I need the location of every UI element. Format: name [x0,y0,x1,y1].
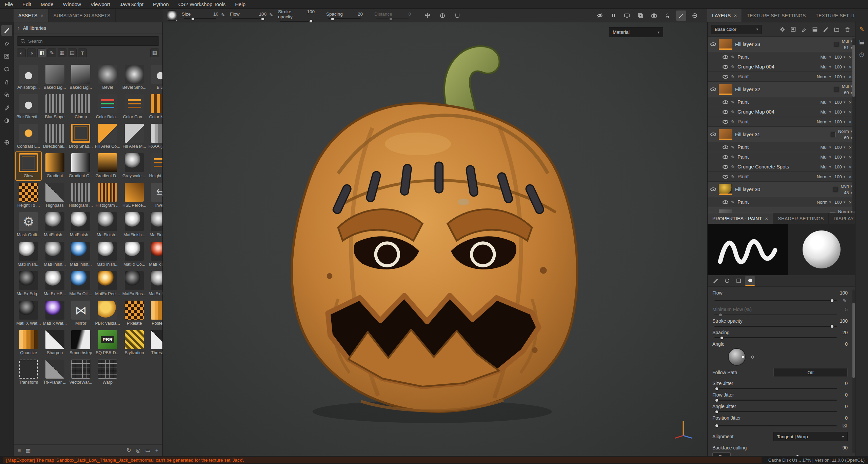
asset-item[interactable]: FXAA (Anti... [148,122,162,151]
asset-item[interactable]: Color Bala... [94,93,121,121]
blend-mode-dropdown[interactable]: Mul▾ [842,39,852,44]
menubar-item[interactable]: Help [230,0,250,9]
layers-panel-tab[interactable]: LAYERS × [707,9,742,22]
blend-mode-dropdown[interactable]: Norm▾ [838,209,852,213]
spacing-slider[interactable]: Spacing20 [712,330,848,338]
layer-row[interactable]: ✎ Paint Mul▾ 100▾ × [708,142,855,152]
remove-layer-icon[interactable]: × [848,109,852,115]
add-effect-icon[interactable] [800,25,808,34]
visibility-toggle-icon[interactable] [710,187,716,191]
opacity-dropdown[interactable]: 51▾ [844,45,852,50]
layer-row[interactable]: ✎ Fill layer 32 Mul▾ 60▾ × [708,82,855,97]
visibility-toggle-icon[interactable] [710,87,716,91]
remove-layer-icon[interactable]: × [848,174,852,180]
settings-wrench-icon[interactable] [778,25,787,34]
visibility-toggle-icon[interactable] [723,165,728,169]
flow-jitter-slider[interactable]: Flow Jitter0 [712,392,848,401]
remove-layer-icon[interactable]: × [848,119,852,125]
viewer-rotation-tool[interactable] [1,137,12,148]
menubar-item[interactable]: Window [58,0,86,9]
opacity-dropdown[interactable]: 100▾ [834,155,845,160]
search-input[interactable] [28,39,156,44]
asset-item[interactable]: Gradient [42,152,67,180]
follow-path-toggle[interactable]: Off [773,368,848,377]
layer-row[interactable]: ✎ Grunge Concrete Spots Mul▾ 100▾ × [708,162,855,172]
paint-brush-icon[interactable] [676,11,686,21]
assets-panel-tab[interactable]: SUBSTANCE 3D ASSETS [48,9,115,22]
asset-item[interactable]: Tri-Planar ... [42,358,67,387]
blend-mode-dropdown[interactable]: Norm▾ [817,74,831,79]
layers-panel-tab[interactable]: TEXTURE SET SETTINGS [742,9,811,22]
blend-mode-dropdown[interactable]: Mul▾ [821,145,831,150]
remove-layer-icon[interactable]: × [848,99,852,105]
asset-item[interactable]: Drop Shad... [68,122,94,151]
filter-materials-icon[interactable]: ◐ [17,48,26,57]
opacity-dropdown[interactable]: 100▾ [834,164,845,169]
asset-item[interactable]: Fill Area Co... [94,122,121,151]
paint-properties-icon[interactable]: ✎ [859,26,864,33]
toolbar-param-slider[interactable]: Distance0 ✎ [374,12,418,19]
asset-item[interactable]: Mask Outli... [16,210,41,239]
backface-culling-control[interactable]: Backface culling90 On [712,445,848,456]
size-jitter-slider[interactable]: Size Jitter0 [712,381,848,389]
asset-item[interactable]: MatFx Edg... [16,269,41,298]
asset-item[interactable]: MatFinish... [122,210,147,239]
menubar-item[interactable]: CS2 Workshop Tools [174,0,231,9]
asset-item[interactable]: Gradient D... [94,152,121,180]
slider-track[interactable] [184,18,216,19]
opacity-dropdown[interactable]: 60▾ [844,90,852,95]
remove-layer-icon[interactable]: × [848,54,852,60]
opacity-dropdown[interactable]: 100▾ [834,100,845,105]
asset-item[interactable]: Clamp [68,93,94,121]
remove-layer-icon[interactable]: × [848,199,852,205]
remove-layer-icon[interactable]: × [848,164,852,170]
snap-icon[interactable] [452,11,462,21]
asset-item[interactable]: Blur Slope [42,93,67,121]
pumpkin-model[interactable] [275,31,594,430]
asset-item[interactable]: Highpass [42,181,67,210]
asset-item[interactable]: Mirror [68,299,94,328]
expand-icon[interactable]: › [18,25,20,32]
asset-item[interactable]: Smoothstep [68,328,94,357]
close-tab-icon[interactable]: × [734,13,737,18]
asset-item[interactable]: Pixelate [122,299,147,328]
asset-item[interactable]: MatFx Det... [148,240,162,269]
add-paint-layer-icon[interactable] [821,25,830,34]
asset-item[interactable]: Glow [16,152,41,180]
asset-item[interactable]: Anisotropi... [16,63,41,92]
opacity-dropdown[interactable]: 100▾ [834,109,845,115]
blend-mode-dropdown[interactable]: Mul▾ [821,100,831,105]
asset-item[interactable]: Warp [94,358,121,387]
material-picker-tool[interactable] [1,102,12,113]
alpha-icon[interactable] [722,276,732,286]
opacity-dropdown[interactable]: 100▾ [834,55,845,60]
asset-item[interactable]: Transform [16,358,41,387]
blend-mode-dropdown[interactable]: Ovrl▾ [841,184,852,189]
toolbar-param-slider[interactable]: Flow100 ✎ [230,12,273,19]
asset-item[interactable]: Fill Area M... [122,122,147,151]
opacity-dropdown[interactable]: 100▾ [834,174,845,179]
display-settings-icon[interactable]: ▤ [859,38,864,45]
layer-row[interactable]: ✎ Paint Norm▾ 100▾ × [708,117,855,127]
target-icon[interactable]: ◎ [136,447,141,453]
asset-item[interactable]: Threshold [148,328,162,357]
visibility-toggle-icon[interactable] [723,55,728,59]
brush-preset-preview[interactable]: ▾ [167,11,177,21]
slider-knob[interactable] [331,17,335,21]
asset-item[interactable]: Quantize [16,328,41,357]
smudge-tool[interactable] [1,77,12,87]
visibility-toggle-icon[interactable] [723,65,728,69]
remove-layer-icon[interactable]: × [848,74,852,80]
visibility-toggle-icon[interactable] [723,145,728,149]
material-mode-dropdown[interactable]: Material ▾ [609,27,663,37]
blend-mode-dropdown[interactable]: Norm▾ [838,129,852,134]
asset-item[interactable]: MatFx Peel... [94,269,121,298]
toolbar-param-slider[interactable]: Size10 ✎ [182,12,225,19]
opacity-dropdown[interactable]: 100▾ [834,64,845,69]
slider-track[interactable] [328,18,361,19]
layer-row[interactable]: ✎ Fill layer 33 Mul▾ 51▾ × [708,37,855,52]
layer-row[interactable]: ✎ Paint Norm▾ 100▾ × [708,172,855,182]
asset-item[interactable]: Histogram ... [94,181,121,210]
camera-icon[interactable] [649,11,659,21]
asset-item[interactable]: MatFx Wat... [42,299,67,328]
